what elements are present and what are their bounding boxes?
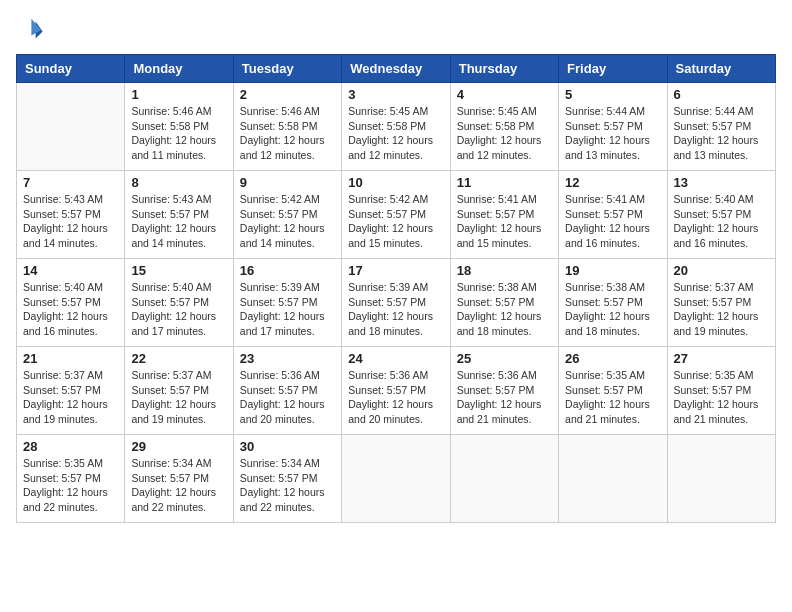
day-info: Sunrise: 5:39 AM Sunset: 5:57 PM Dayligh… xyxy=(240,280,335,339)
day-number: 10 xyxy=(348,175,443,190)
day-info: Sunrise: 5:42 AM Sunset: 5:57 PM Dayligh… xyxy=(348,192,443,251)
day-number: 9 xyxy=(240,175,335,190)
day-number: 4 xyxy=(457,87,552,102)
day-number: 26 xyxy=(565,351,660,366)
calendar-cell: 22Sunrise: 5:37 AM Sunset: 5:57 PM Dayli… xyxy=(125,347,233,435)
day-number: 13 xyxy=(674,175,769,190)
day-info: Sunrise: 5:40 AM Sunset: 5:57 PM Dayligh… xyxy=(131,280,226,339)
day-info: Sunrise: 5:34 AM Sunset: 5:57 PM Dayligh… xyxy=(240,456,335,515)
calendar-cell: 13Sunrise: 5:40 AM Sunset: 5:57 PM Dayli… xyxy=(667,171,775,259)
day-info: Sunrise: 5:41 AM Sunset: 5:57 PM Dayligh… xyxy=(457,192,552,251)
calendar-cell xyxy=(342,435,450,523)
calendar-header-saturday: Saturday xyxy=(667,55,775,83)
calendar-header-wednesday: Wednesday xyxy=(342,55,450,83)
calendar-week-row-2: 7Sunrise: 5:43 AM Sunset: 5:57 PM Daylig… xyxy=(17,171,776,259)
calendar-table: SundayMondayTuesdayWednesdayThursdayFrid… xyxy=(16,54,776,523)
calendar-cell: 16Sunrise: 5:39 AM Sunset: 5:57 PM Dayli… xyxy=(233,259,341,347)
calendar-cell: 29Sunrise: 5:34 AM Sunset: 5:57 PM Dayli… xyxy=(125,435,233,523)
calendar-cell: 27Sunrise: 5:35 AM Sunset: 5:57 PM Dayli… xyxy=(667,347,775,435)
day-number: 30 xyxy=(240,439,335,454)
calendar-cell: 9Sunrise: 5:42 AM Sunset: 5:57 PM Daylig… xyxy=(233,171,341,259)
day-number: 14 xyxy=(23,263,118,278)
calendar-cell: 7Sunrise: 5:43 AM Sunset: 5:57 PM Daylig… xyxy=(17,171,125,259)
calendar-cell: 24Sunrise: 5:36 AM Sunset: 5:57 PM Dayli… xyxy=(342,347,450,435)
day-number: 27 xyxy=(674,351,769,366)
day-info: Sunrise: 5:40 AM Sunset: 5:57 PM Dayligh… xyxy=(23,280,118,339)
calendar-header-friday: Friday xyxy=(559,55,667,83)
calendar-cell xyxy=(667,435,775,523)
day-info: Sunrise: 5:37 AM Sunset: 5:57 PM Dayligh… xyxy=(131,368,226,427)
day-info: Sunrise: 5:35 AM Sunset: 5:57 PM Dayligh… xyxy=(674,368,769,427)
day-number: 15 xyxy=(131,263,226,278)
calendar-cell: 8Sunrise: 5:43 AM Sunset: 5:57 PM Daylig… xyxy=(125,171,233,259)
day-number: 3 xyxy=(348,87,443,102)
logo-icon xyxy=(16,16,44,44)
calendar-header-thursday: Thursday xyxy=(450,55,558,83)
day-number: 6 xyxy=(674,87,769,102)
calendar-cell: 12Sunrise: 5:41 AM Sunset: 5:57 PM Dayli… xyxy=(559,171,667,259)
day-info: Sunrise: 5:39 AM Sunset: 5:57 PM Dayligh… xyxy=(348,280,443,339)
day-info: Sunrise: 5:44 AM Sunset: 5:57 PM Dayligh… xyxy=(565,104,660,163)
day-number: 7 xyxy=(23,175,118,190)
day-info: Sunrise: 5:35 AM Sunset: 5:57 PM Dayligh… xyxy=(565,368,660,427)
calendar-cell: 28Sunrise: 5:35 AM Sunset: 5:57 PM Dayli… xyxy=(17,435,125,523)
day-info: Sunrise: 5:36 AM Sunset: 5:57 PM Dayligh… xyxy=(240,368,335,427)
calendar-cell: 5Sunrise: 5:44 AM Sunset: 5:57 PM Daylig… xyxy=(559,83,667,171)
calendar-cell: 23Sunrise: 5:36 AM Sunset: 5:57 PM Dayli… xyxy=(233,347,341,435)
day-number: 2 xyxy=(240,87,335,102)
calendar-cell: 10Sunrise: 5:42 AM Sunset: 5:57 PM Dayli… xyxy=(342,171,450,259)
calendar-cell: 26Sunrise: 5:35 AM Sunset: 5:57 PM Dayli… xyxy=(559,347,667,435)
day-info: Sunrise: 5:45 AM Sunset: 5:58 PM Dayligh… xyxy=(348,104,443,163)
calendar-cell: 19Sunrise: 5:38 AM Sunset: 5:57 PM Dayli… xyxy=(559,259,667,347)
calendar-cell: 15Sunrise: 5:40 AM Sunset: 5:57 PM Dayli… xyxy=(125,259,233,347)
day-info: Sunrise: 5:37 AM Sunset: 5:57 PM Dayligh… xyxy=(23,368,118,427)
day-info: Sunrise: 5:46 AM Sunset: 5:58 PM Dayligh… xyxy=(240,104,335,163)
calendar-cell: 14Sunrise: 5:40 AM Sunset: 5:57 PM Dayli… xyxy=(17,259,125,347)
calendar-cell: 1Sunrise: 5:46 AM Sunset: 5:58 PM Daylig… xyxy=(125,83,233,171)
logo xyxy=(16,16,48,44)
day-info: Sunrise: 5:37 AM Sunset: 5:57 PM Dayligh… xyxy=(674,280,769,339)
day-number: 29 xyxy=(131,439,226,454)
calendar-cell xyxy=(559,435,667,523)
calendar-cell: 6Sunrise: 5:44 AM Sunset: 5:57 PM Daylig… xyxy=(667,83,775,171)
day-number: 19 xyxy=(565,263,660,278)
calendar-header-sunday: Sunday xyxy=(17,55,125,83)
calendar-cell xyxy=(17,83,125,171)
day-info: Sunrise: 5:34 AM Sunset: 5:57 PM Dayligh… xyxy=(131,456,226,515)
day-number: 21 xyxy=(23,351,118,366)
calendar-cell: 3Sunrise: 5:45 AM Sunset: 5:58 PM Daylig… xyxy=(342,83,450,171)
day-number: 22 xyxy=(131,351,226,366)
day-info: Sunrise: 5:38 AM Sunset: 5:57 PM Dayligh… xyxy=(457,280,552,339)
calendar-cell: 20Sunrise: 5:37 AM Sunset: 5:57 PM Dayli… xyxy=(667,259,775,347)
day-info: Sunrise: 5:38 AM Sunset: 5:57 PM Dayligh… xyxy=(565,280,660,339)
day-number: 11 xyxy=(457,175,552,190)
day-number: 8 xyxy=(131,175,226,190)
page-header xyxy=(16,16,776,44)
calendar-cell xyxy=(450,435,558,523)
calendar-cell: 21Sunrise: 5:37 AM Sunset: 5:57 PM Dayli… xyxy=(17,347,125,435)
calendar-cell: 2Sunrise: 5:46 AM Sunset: 5:58 PM Daylig… xyxy=(233,83,341,171)
day-info: Sunrise: 5:43 AM Sunset: 5:57 PM Dayligh… xyxy=(23,192,118,251)
day-number: 20 xyxy=(674,263,769,278)
day-info: Sunrise: 5:46 AM Sunset: 5:58 PM Dayligh… xyxy=(131,104,226,163)
calendar-cell: 30Sunrise: 5:34 AM Sunset: 5:57 PM Dayli… xyxy=(233,435,341,523)
calendar-cell: 25Sunrise: 5:36 AM Sunset: 5:57 PM Dayli… xyxy=(450,347,558,435)
day-info: Sunrise: 5:44 AM Sunset: 5:57 PM Dayligh… xyxy=(674,104,769,163)
day-info: Sunrise: 5:36 AM Sunset: 5:57 PM Dayligh… xyxy=(457,368,552,427)
calendar-header-monday: Monday xyxy=(125,55,233,83)
day-info: Sunrise: 5:40 AM Sunset: 5:57 PM Dayligh… xyxy=(674,192,769,251)
calendar-week-row-5: 28Sunrise: 5:35 AM Sunset: 5:57 PM Dayli… xyxy=(17,435,776,523)
calendar-cell: 17Sunrise: 5:39 AM Sunset: 5:57 PM Dayli… xyxy=(342,259,450,347)
day-number: 18 xyxy=(457,263,552,278)
day-info: Sunrise: 5:43 AM Sunset: 5:57 PM Dayligh… xyxy=(131,192,226,251)
day-number: 25 xyxy=(457,351,552,366)
day-info: Sunrise: 5:36 AM Sunset: 5:57 PM Dayligh… xyxy=(348,368,443,427)
day-number: 5 xyxy=(565,87,660,102)
day-number: 23 xyxy=(240,351,335,366)
day-number: 28 xyxy=(23,439,118,454)
day-info: Sunrise: 5:42 AM Sunset: 5:57 PM Dayligh… xyxy=(240,192,335,251)
day-info: Sunrise: 5:35 AM Sunset: 5:57 PM Dayligh… xyxy=(23,456,118,515)
day-number: 1 xyxy=(131,87,226,102)
day-number: 12 xyxy=(565,175,660,190)
day-number: 16 xyxy=(240,263,335,278)
